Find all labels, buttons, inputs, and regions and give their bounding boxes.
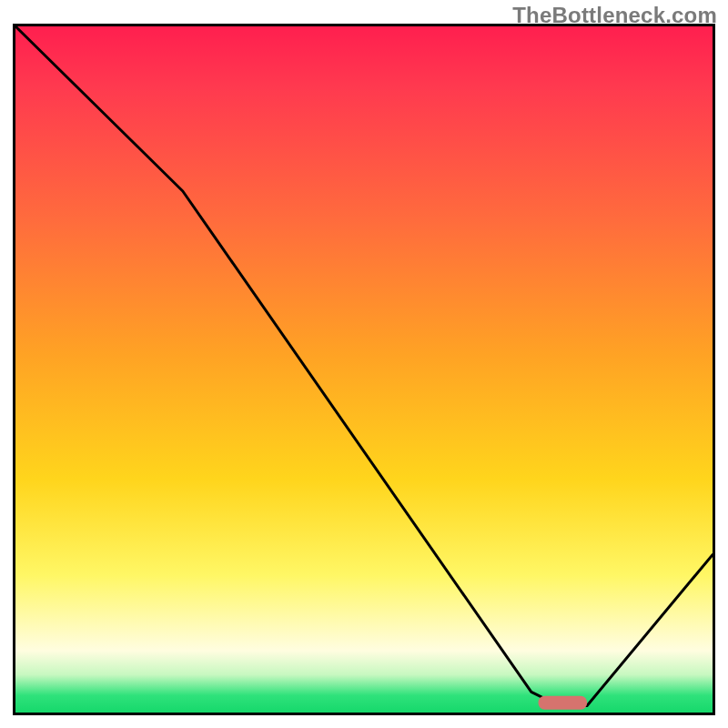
chart-container: TheBottleneck.com — [0, 0, 728, 728]
optimal-range-marker — [539, 696, 588, 710]
bottleneck-curve — [15, 26, 713, 706]
plot-frame — [13, 24, 715, 715]
plot-svg — [15, 26, 713, 713]
